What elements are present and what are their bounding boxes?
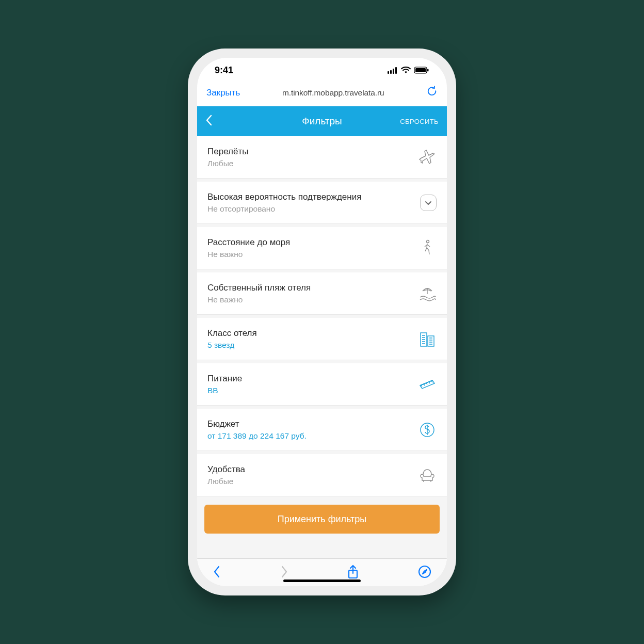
share-icon (347, 565, 359, 579)
reset-button[interactable]: СБРОСИТЬ (400, 118, 439, 125)
filter-label: Бюджет (207, 418, 412, 429)
safari-button[interactable] (418, 565, 431, 581)
battery-icon (414, 67, 429, 74)
filter-list: Перелёты Любые Высокая вероятность подтв… (197, 136, 447, 558)
chevron-left-icon (213, 565, 221, 578)
filter-sea-distance[interactable]: Расстояние до моря Не важно (197, 227, 447, 269)
filter-value: Не важно (207, 250, 412, 259)
home-indicator (283, 579, 361, 582)
cellular-icon (388, 67, 398, 74)
dollar-icon (418, 421, 437, 439)
filter-value: от 171 389 до 224 167 руб. (207, 431, 412, 441)
compass-icon (418, 565, 431, 578)
status-indicators (388, 67, 429, 74)
svg-rect-9 (428, 336, 434, 346)
svg-point-12 (419, 566, 430, 577)
back-button[interactable] (205, 114, 213, 128)
filter-label: Перелёты (207, 146, 412, 157)
filter-meal[interactable]: Питание BB (197, 363, 447, 406)
status-time: 9:41 (215, 65, 233, 76)
status-bar: 9:41 (197, 58, 447, 83)
share-button[interactable] (347, 565, 359, 581)
checkbox[interactable] (420, 195, 437, 211)
wifi-icon (401, 67, 411, 74)
filter-hotel-class[interactable]: Класс отеля 5 звезд (197, 318, 447, 360)
phone-screen: 9:41 Закрыть m.tinkoff.mobapp.travelata.… (197, 58, 447, 586)
filter-label: Удобства (207, 464, 412, 475)
buildings-icon (418, 330, 437, 348)
phone-frame: 9:41 Закрыть m.tinkoff.mobapp.travelata.… (188, 49, 456, 595)
filter-label: Высокая вероятность подтверждения (207, 191, 414, 202)
url-text[interactable]: m.tinkoff.mobapp.travelata.ru (247, 88, 419, 98)
close-button[interactable]: Закрыть (206, 88, 240, 98)
filter-value: 5 звезд (207, 341, 412, 350)
nav-back-button[interactable] (213, 565, 221, 581)
svg-rect-6 (427, 69, 429, 72)
svg-rect-0 (388, 71, 389, 74)
app-header: Фильтры СБРОСИТЬ (197, 106, 447, 136)
apply-wrap: Применить фильтры (197, 500, 447, 539)
filter-amenities[interactable]: Удобства Любые (197, 454, 447, 496)
walk-icon (418, 239, 437, 257)
filter-value: BB (207, 386, 412, 395)
sandwich-icon (418, 375, 437, 394)
filter-label: Питание (207, 373, 412, 384)
nav-forward-button[interactable] (280, 565, 288, 581)
browser-url-bar: Закрыть m.tinkoff.mobapp.travelata.ru (197, 83, 447, 106)
filter-private-beach[interactable]: Собственный пляж отеля Не важно (197, 272, 447, 315)
filter-budget[interactable]: Бюджет от 171 389 до 224 167 руб. (197, 409, 447, 451)
chevron-left-icon (205, 114, 213, 126)
filter-label: Класс отеля (207, 328, 412, 339)
filter-label: Собственный пляж отеля (207, 282, 412, 293)
armchair-icon (418, 466, 437, 485)
filter-value: Не отсортировано (207, 204, 414, 214)
filter-value: Любые (207, 477, 412, 486)
svg-rect-2 (393, 69, 394, 74)
filter-flights[interactable]: Перелёты Любые (197, 136, 447, 179)
filter-label: Расстояние до моря (207, 237, 412, 248)
filter-confirmation[interactable]: Высокая вероятность подтверждения Не отс… (197, 182, 447, 224)
plane-icon (418, 148, 437, 167)
apply-label: Применить фильтры (278, 514, 367, 525)
svg-point-7 (427, 240, 429, 243)
filter-value: Любые (207, 159, 412, 168)
chevron-right-icon (280, 565, 288, 578)
svg-rect-1 (390, 70, 392, 74)
chevron-down-icon (425, 200, 432, 205)
svg-rect-3 (395, 67, 397, 74)
apply-filters-button[interactable]: Применить фильтры (204, 505, 440, 534)
reload-icon (426, 86, 438, 97)
beach-icon (418, 284, 437, 303)
svg-rect-5 (415, 68, 426, 72)
filter-value: Не важно (207, 295, 412, 304)
reload-button[interactable] (426, 86, 438, 100)
